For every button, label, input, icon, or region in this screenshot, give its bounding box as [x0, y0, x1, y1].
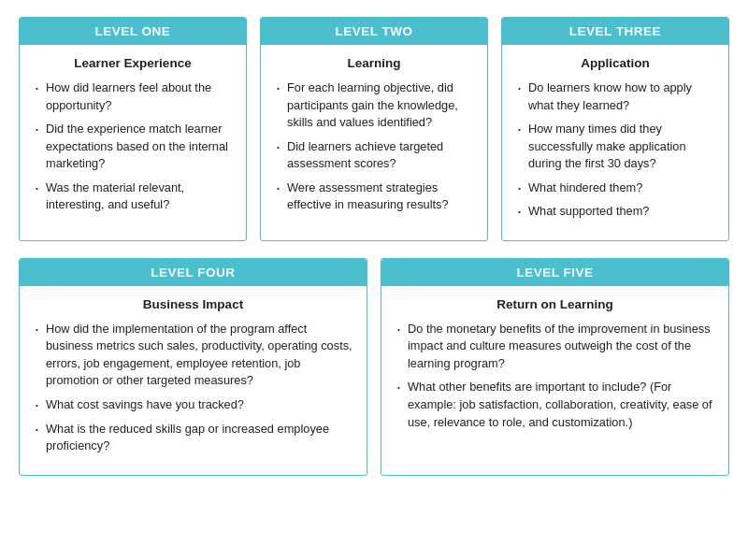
card-subtitle-level-five: Return on Learning — [395, 297, 715, 311]
card-level-two: LEVEL TWOLearningFor each learning objec… — [260, 17, 488, 241]
card-body-level-four: Business ImpactHow did the implementatio… — [20, 286, 367, 475]
card-bullets-level-one: How did learners feel about the opportun… — [33, 79, 233, 214]
bullet-item: Did learners achieve targeted assessment… — [274, 138, 474, 173]
card-level-one: LEVEL ONELearner ExperienceHow did learn… — [19, 17, 247, 241]
card-body-level-two: LearningFor each learning objective, did… — [261, 45, 487, 234]
top-row: LEVEL ONELearner ExperienceHow did learn… — [19, 17, 729, 241]
card-subtitle-level-two: Learning — [274, 56, 474, 70]
bullet-item: Did the experience match learner expecta… — [33, 121, 233, 173]
bullet-item: What hindered them? — [515, 179, 715, 197]
bullet-item: Was the material relevant, interesting, … — [33, 179, 233, 214]
card-header-level-four: LEVEL FOUR — [20, 259, 367, 286]
bullet-item: Do the monetary benefits of the improvem… — [395, 321, 715, 373]
bullet-item: Were assessment strategies effective in … — [274, 179, 474, 214]
card-body-level-five: Return on LearningDo the monetary benefi… — [381, 286, 728, 451]
card-level-three: LEVEL THREEApplicationDo learners know h… — [501, 17, 729, 241]
card-body-level-one: Learner ExperienceHow did learners feel … — [20, 45, 246, 234]
card-subtitle-level-four: Business Impact — [33, 297, 353, 311]
card-bullets-level-five: Do the monetary benefits of the improvem… — [395, 321, 715, 431]
bullet-item: What other benefits are important to inc… — [395, 379, 715, 431]
card-level-five: LEVEL FIVEReturn on LearningDo the monet… — [381, 258, 729, 476]
card-header-level-five: LEVEL FIVE — [381, 259, 728, 286]
bullet-item: How did the implementation of the progra… — [33, 321, 353, 390]
card-header-level-three: LEVEL THREE — [502, 18, 728, 45]
card-subtitle-level-three: Application — [515, 56, 715, 70]
card-bullets-level-two: For each learning objective, did partici… — [274, 79, 474, 214]
bullet-item: What supported them? — [515, 203, 715, 221]
bottom-row: LEVEL FOURBusiness ImpactHow did the imp… — [19, 258, 729, 476]
bullet-item: How many times did they successfully mak… — [515, 121, 715, 173]
bullet-item: Do learners know how to apply what they … — [515, 79, 715, 114]
card-bullets-level-three: Do learners know how to apply what they … — [515, 79, 715, 221]
card-header-level-one: LEVEL ONE — [20, 18, 246, 45]
card-body-level-three: ApplicationDo learners know how to apply… — [502, 45, 728, 240]
card-level-four: LEVEL FOURBusiness ImpactHow did the imp… — [19, 258, 367, 476]
bullet-item: What cost savings have you tracked? — [33, 396, 353, 414]
bullet-item: How did learners feel about the opportun… — [33, 79, 233, 114]
bullet-item: For each learning objective, did partici… — [274, 79, 474, 132]
bullet-item: What is the reduced skills gap or increa… — [33, 421, 353, 455]
card-header-level-two: LEVEL TWO — [261, 18, 487, 45]
card-subtitle-level-one: Learner Experience — [33, 56, 233, 70]
card-bullets-level-four: How did the implementation of the progra… — [33, 321, 353, 455]
